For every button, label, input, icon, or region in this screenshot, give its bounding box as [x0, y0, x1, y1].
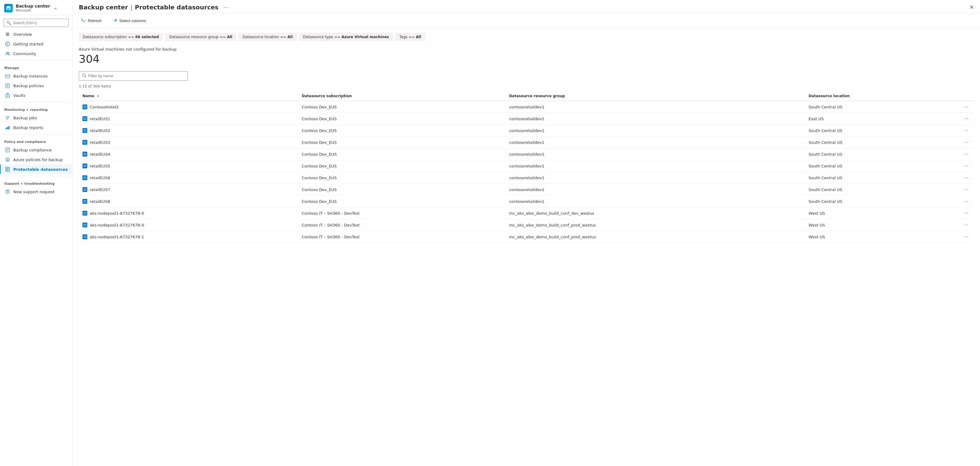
collapse-button[interactable]: «: [54, 6, 57, 11]
table-search-box[interactable]: [79, 71, 188, 81]
svg-rect-16: [6, 128, 7, 129]
cell-more: ···: [959, 172, 974, 184]
nav-backup-jobs[interactable]: Backup jobs: [0, 113, 72, 123]
policy-section-label: Policy and compliance: [0, 136, 72, 145]
svg-rect-11: [6, 95, 10, 98]
nav-getting-started[interactable]: Getting started: [0, 39, 72, 49]
table-search-icon: [82, 73, 86, 78]
svg-rect-32: [84, 118, 86, 119]
nav-protectable-datasources[interactable]: Protectable datasources: [0, 165, 72, 174]
sidebar-title-block: Backup center Microsoft: [16, 4, 50, 13]
table-row: retailEUS3 Contoso Dev_EUS contosoretail…: [79, 136, 974, 148]
nav-backup-reports[interactable]: Backup reports: [0, 123, 72, 132]
cell-more: ···: [959, 113, 974, 125]
sort-icon-name[interactable]: ↕: [97, 95, 99, 98]
filter-type[interactable]: Datasource type == Azure Virtual machine…: [299, 33, 393, 41]
row-more-button[interactable]: ···: [963, 198, 970, 205]
nav-backup-compliance[interactable]: Backup compliance: [0, 145, 72, 155]
row-more-button[interactable]: ···: [963, 103, 970, 110]
filter-bar: Datasource subscription == 66 selected D…: [79, 33, 974, 41]
vm-icon: [83, 140, 87, 145]
table-row: retailEUS1 Contoso Dev_EUS contosoretail…: [79, 113, 974, 125]
row-more-button[interactable]: ···: [963, 233, 970, 240]
nav-community[interactable]: Community: [0, 49, 72, 59]
nav-label-protectable-datasources: Protectable datasources: [13, 167, 68, 172]
support-icon: [5, 189, 10, 194]
nav-new-support[interactable]: New support request: [0, 187, 72, 197]
select-columns-button[interactable]: Select columns: [110, 17, 148, 25]
nav-vaults[interactable]: Vaults: [0, 90, 72, 100]
backup-reports-icon: [5, 125, 10, 130]
row-more-button[interactable]: ···: [963, 222, 970, 228]
nav-label-backup-jobs: Backup jobs: [13, 116, 37, 120]
nav-backup-policies[interactable]: Backup policies: [0, 81, 72, 90]
filter-subscription[interactable]: Datasource subscription == 66 selected: [79, 33, 163, 41]
sidebar-search-box[interactable]: 🔍: [4, 19, 69, 27]
cell-subscription: Contoso IT – SH360 - DevTest: [298, 219, 506, 231]
close-button[interactable]: ✕: [969, 4, 974, 11]
cell-subscription: Contoso Dev_EUS: [298, 136, 506, 148]
search-input[interactable]: [13, 21, 66, 25]
svg-point-3: [6, 52, 8, 54]
backup-policies-icon: [5, 83, 10, 89]
svg-rect-50: [84, 224, 86, 225]
table-row: retailEUS4 Contoso Dev_EUS contosoretail…: [79, 148, 974, 160]
filter-location[interactable]: Datasource location == All: [239, 33, 296, 41]
manage-section-label: Manage: [0, 62, 72, 71]
filter-by-name-input[interactable]: [88, 74, 185, 78]
cell-subscription: Contoso Dev_EUS: [298, 148, 506, 160]
cell-location: South Central US: [805, 184, 959, 196]
app-icon: [4, 4, 13, 13]
nav-overview[interactable]: ⊞ Overview: [0, 29, 72, 39]
cell-resource-group: mc_aks_alex_demo_build_conf_dev_westus: [505, 208, 805, 219]
cell-location: South Central US: [805, 148, 959, 160]
col-actions: [959, 92, 974, 101]
cell-subscription: Contoso Dev_EUS: [298, 125, 506, 136]
svg-rect-40: [84, 165, 86, 166]
nav-backup-instances[interactable]: Backup instances: [0, 71, 72, 81]
svg-rect-6: [6, 74, 9, 76]
table-row: retailEUS5 Contoso Dev_EUS contosoretail…: [79, 160, 974, 172]
stats-count: 304: [79, 53, 974, 65]
cell-resource-group: contosoretaildev1: [505, 148, 805, 160]
cell-name: retailEUS5: [79, 160, 298, 172]
more-options-icon[interactable]: ···: [223, 4, 229, 11]
refresh-button[interactable]: Refresh: [79, 17, 104, 25]
row-more-button[interactable]: ···: [963, 151, 970, 157]
row-more-button[interactable]: ···: [963, 127, 970, 134]
filter-resource-group[interactable]: Datasource resource group == All: [165, 33, 236, 41]
svg-point-12: [7, 96, 8, 97]
row-more-button[interactable]: ···: [963, 139, 970, 146]
vm-icon: [83, 116, 87, 121]
azure-policies-icon: [5, 157, 10, 162]
nav-label-vaults: Vaults: [13, 93, 25, 98]
vaults-icon: [5, 93, 10, 98]
cell-resource-group: contosoretaildev1: [505, 113, 805, 125]
search-icon: 🔍: [6, 21, 11, 25]
cell-more: ···: [959, 136, 974, 148]
cell-resource-group: contosoretaildev1: [505, 184, 805, 196]
nav-label-community: Community: [13, 51, 36, 56]
main-content: Backup center | Protectable datasources …: [73, 0, 980, 466]
cell-name: retailEUS7: [79, 184, 298, 196]
svg-rect-44: [84, 189, 86, 190]
refresh-label: Refresh: [88, 19, 102, 23]
vm-icon: [83, 199, 87, 204]
row-more-button[interactable]: ···: [963, 186, 970, 193]
select-columns-icon: [113, 18, 118, 24]
nav-label-backup-policies: Backup policies: [13, 84, 44, 88]
row-more-button[interactable]: ···: [963, 210, 970, 217]
cell-resource-group: mc_aks_alex_demo_build_conf_prod_westus: [505, 231, 805, 243]
row-more-button[interactable]: ···: [963, 174, 970, 181]
cell-resource-group: contosoretaildev1: [505, 101, 805, 113]
col-subscription: Datasource subscription: [298, 92, 506, 101]
cell-resource-group: contosoretaildev1: [505, 196, 805, 208]
cell-more: ···: [959, 231, 974, 243]
row-name: retailEUS4: [90, 152, 110, 157]
row-more-button[interactable]: ···: [963, 116, 970, 122]
filter-tags[interactable]: Tags == All: [395, 33, 425, 41]
cell-location: South Central US: [805, 196, 959, 208]
nav-azure-policies[interactable]: Azure policies for backup: [0, 155, 72, 165]
row-more-button[interactable]: ···: [963, 163, 970, 169]
table-row: ContosoHotel2 Contoso Dev_EUS contosoret…: [79, 101, 974, 113]
